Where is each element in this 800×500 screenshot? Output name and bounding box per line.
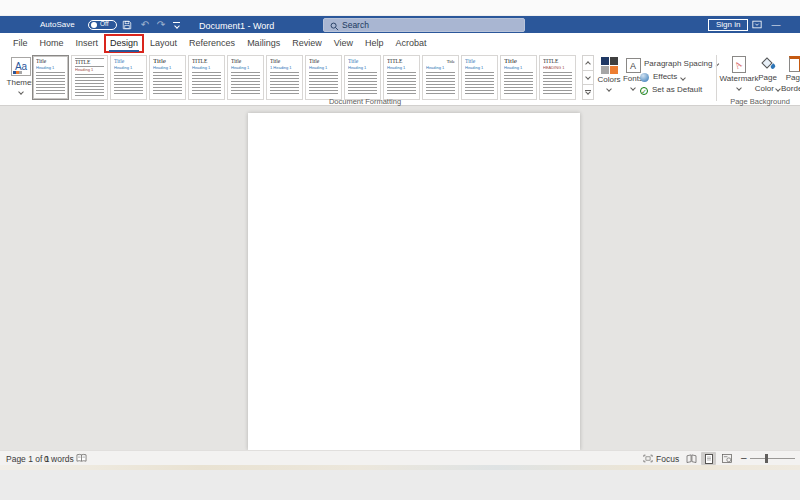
- tab-acrobat[interactable]: Acrobat: [390, 33, 433, 53]
- style-set-body-lines: [387, 72, 416, 96]
- desktop-margin-top: [0, 0, 800, 16]
- page-borders-button[interactable]: Page Borders: [780, 56, 800, 94]
- style-set-heading: Heading 1: [75, 67, 104, 72]
- tab-layout[interactable]: Layout: [144, 33, 183, 53]
- effects-icon: [640, 73, 649, 82]
- zoom-slider-track[interactable]: [750, 458, 795, 459]
- style-set-body-lines: [153, 72, 182, 96]
- style-set-heading: Heading 1: [114, 65, 143, 70]
- search-input[interactable]: Search: [323, 18, 525, 32]
- style-set-thumbnail[interactable]: TITLEHeading 1: [188, 55, 225, 100]
- word-count-status[interactable]: 0 words: [44, 454, 74, 464]
- style-set-thumbnail[interactable]: TitleHeading 1: [422, 55, 459, 100]
- style-set-gallery: TitleHeading 1TITLEHeading 1TitleHeading…: [32, 55, 580, 100]
- group-label-document-formatting: Document Formatting: [250, 97, 480, 106]
- tab-home[interactable]: Home: [34, 33, 70, 53]
- watermark-button[interactable]: A Watermark: [721, 56, 757, 90]
- style-set-thumbnail[interactable]: TitleHeading 1: [110, 55, 147, 100]
- tab-review[interactable]: Review: [286, 33, 328, 53]
- set-as-default-button[interactable]: ✓ Set as Default: [640, 84, 716, 97]
- chevron-down-icon: [585, 74, 591, 80]
- style-set-thumbnail[interactable]: TitleHeading 1: [305, 55, 342, 100]
- style-set-body-lines: [114, 72, 143, 96]
- tab-mailings[interactable]: Mailings: [241, 33, 286, 53]
- style-set-title: Title: [231, 58, 260, 65]
- customize-quick-access-toolbar-icon[interactable]: [172, 19, 181, 30]
- page-count-status[interactable]: Page 1 of 1: [6, 454, 49, 464]
- style-set-thumbnail[interactable]: TitleHeading 1: [461, 55, 498, 100]
- web-layout-button[interactable]: [719, 452, 734, 465]
- tab-design[interactable]: Design: [104, 33, 144, 53]
- page-borders-icon: [789, 56, 800, 72]
- style-set-body-lines: [270, 72, 299, 96]
- document-page[interactable]: [248, 113, 580, 450]
- page-color-icon: [760, 56, 776, 72]
- style-set-thumbnail[interactable]: TitleHeading 1: [149, 55, 186, 100]
- style-set-thumbnail[interactable]: TitleHeading 1: [227, 55, 264, 100]
- print-layout-icon: [705, 454, 713, 464]
- minimize-button[interactable]: —: [770, 19, 782, 30]
- style-set-thumbnail[interactable]: TitleHeading 1: [344, 55, 381, 100]
- style-set-thumbnail[interactable]: TitleHeading 1: [500, 55, 537, 100]
- style-set-thumbnail[interactable]: Title1 Heading 1: [266, 55, 303, 100]
- effects-button[interactable]: Effects: [640, 71, 716, 84]
- paragraph-spacing-button[interactable]: Paragraph Spacing: [640, 58, 716, 71]
- chevron-down-icon: [585, 89, 591, 95]
- ribbon-display-options-icon[interactable]: [751, 19, 763, 30]
- chevron-down-icon: [630, 85, 636, 91]
- sign-in-button[interactable]: Sign in: [708, 19, 748, 31]
- tab-insert[interactable]: Insert: [70, 33, 105, 53]
- save-icon[interactable]: [121, 19, 133, 30]
- undo-icon[interactable]: ↶: [138, 19, 152, 30]
- zoom-out-button[interactable]: –: [741, 452, 747, 463]
- document-workspace: [0, 106, 800, 450]
- ribbon: Aa Themes TitleHeading 1TITLEHeading 1Ti…: [0, 53, 800, 106]
- fonts-icon: A: [626, 58, 641, 73]
- read-mode-button[interactable]: [684, 452, 699, 465]
- style-set-title: TITLE: [387, 58, 416, 65]
- style-set-title: Title: [270, 58, 299, 65]
- style-set-thumbnail[interactable]: TITLEHEADING 1: [539, 55, 576, 100]
- redo-icon[interactable]: ↷: [155, 19, 167, 30]
- checkmark-icon: ✓: [640, 87, 648, 95]
- page-color-button[interactable]: Page Color: [754, 56, 781, 94]
- style-set-heading: Heading 1: [231, 65, 260, 70]
- color-swatch: [601, 66, 609, 74]
- style-set-body-lines: [426, 72, 455, 96]
- style-set-thumbnail[interactable]: TitleHeading 1: [32, 55, 69, 100]
- style-set-thumbnail[interactable]: TITLEHeading 1: [383, 55, 420, 100]
- page-borders-label-line1: Page: [786, 74, 800, 83]
- style-set-heading: Heading 1: [504, 65, 533, 70]
- style-set-body-lines: [192, 72, 221, 96]
- style-set-heading: Heading 1: [387, 65, 416, 70]
- read-mode-icon: [686, 454, 697, 463]
- tab-help[interactable]: Help: [359, 33, 390, 53]
- focus-button[interactable]: Focus: [643, 454, 679, 464]
- watermark-label: Watermark: [720, 75, 759, 84]
- chevron-down-icon: [680, 75, 686, 81]
- tab-file[interactable]: File: [7, 33, 34, 53]
- autosave-toggle[interactable]: Off: [88, 20, 117, 30]
- zoom-slider-handle[interactable]: [765, 454, 768, 463]
- style-set-heading: Heading 1: [153, 65, 182, 70]
- proofing-errors-icon[interactable]: [76, 453, 87, 465]
- status-bar: Page 1 of 1 0 words Focus –: [0, 450, 800, 465]
- group-separator: [716, 55, 717, 101]
- ribbon-tab-row: FileHomeInsertDesignLayoutReferencesMail…: [0, 33, 800, 53]
- search-icon: [330, 22, 339, 31]
- style-set-heading: Heading 1: [309, 65, 338, 70]
- page-color-label-line2: Color: [755, 85, 780, 94]
- tab-view[interactable]: View: [328, 33, 359, 53]
- print-layout-button[interactable]: [701, 452, 716, 465]
- color-swatch: [610, 66, 618, 74]
- style-set-body-lines: [543, 72, 572, 96]
- style-set-body-lines: [309, 72, 338, 96]
- tab-references[interactable]: References: [183, 33, 241, 53]
- word-window: AutoSave Off ↶ ↷ Document1 - Word Search…: [0, 0, 800, 500]
- search-placeholder: Search: [342, 20, 369, 30]
- style-set-thumbnail[interactable]: TITLEHeading 1: [71, 55, 108, 100]
- set-as-default-label: Set as Default: [652, 86, 702, 95]
- style-set-heading: Heading 1: [192, 65, 221, 70]
- style-set-heading: HEADING 1: [543, 65, 572, 70]
- style-set-body-lines: [504, 72, 533, 96]
